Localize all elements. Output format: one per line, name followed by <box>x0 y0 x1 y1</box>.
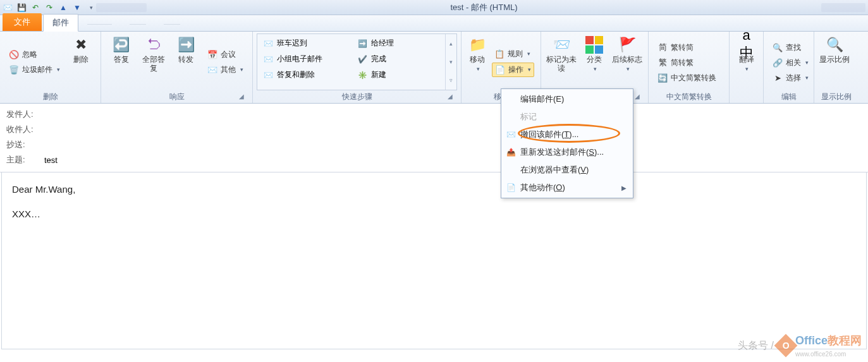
rules-icon: 📋 <box>494 49 504 59</box>
undo-icon[interactable]: ↶ <box>30 3 40 13</box>
actions-dropdown: 编辑邮件(E) 标记 ✉️ 撤回该邮件(T)... 📤 重新发送这封邮件(S).… <box>501 88 633 198</box>
menu-resend-message[interactable]: 📤 重新发送这封邮件(S)... <box>503 143 632 161</box>
blurred-text <box>96 3 147 12</box>
redo-icon[interactable]: ↷ <box>44 3 54 13</box>
related-button[interactable]: 🔗相关▾ <box>770 56 811 69</box>
message-header: 发件人: 收件人: 抄送: 主题:test <box>0 104 868 172</box>
cc-label: 抄送: <box>6 139 44 150</box>
prev-icon[interactable]: ▲ <box>58 3 68 13</box>
menu-edit-message[interactable]: 编辑邮件(E) <box>503 90 632 108</box>
menu-view-browser[interactable]: 在浏览器中查看(V) <box>503 161 632 179</box>
group-delete-label: 删除 <box>4 90 97 103</box>
forward-label: 转发 <box>178 55 193 64</box>
s2t-icon: 繁 <box>657 57 668 68</box>
group-quicksteps-label: 快速步骤◢ <box>257 90 457 103</box>
tab-hidden-1: ——— <box>78 16 121 31</box>
title-bar: ✉️ 💾 ↶ ↷ ▲ ▼ ▾ test - 邮件 (HTML) <box>0 0 868 15</box>
rules-button[interactable]: 📋规则▾ <box>492 47 534 61</box>
meeting-button[interactable]: 📅会议 <box>205 48 246 61</box>
qs-item-new[interactable]: ✳️新建 <box>357 68 441 81</box>
group-chinese-label: 中文简繁转换 <box>652 90 725 103</box>
message-body: Dear Mr.Wang, XXX… <box>1 172 867 349</box>
tab-file[interactable]: 文件 <box>3 13 42 31</box>
forward-button[interactable]: ➡️转发 <box>170 33 202 90</box>
brand-sub: www.office26.com <box>795 351 846 358</box>
qs-item-replydel[interactable]: ✉️答复和删除 <box>262 68 346 81</box>
menu-other-actions[interactable]: 📄 其他动作(O) ▶ <box>503 179 632 196</box>
menu-recall-message[interactable]: ✉️ 撤回该邮件(T)... <box>503 126 632 143</box>
t2s-icon: 简 <box>657 42 668 52</box>
new-icon: ✳️ <box>358 71 367 80</box>
reply-all-button[interactable]: ⮌全部答复 <box>137 33 169 90</box>
chevron-down-icon: ▾ <box>627 66 630 72</box>
trad-to-simp-button[interactable]: 简繁转简 <box>655 41 719 54</box>
unread-button[interactable]: 📨标记为未读 <box>545 33 578 90</box>
chevron-down-icon: ▾ <box>527 51 530 57</box>
subject-value: test <box>44 155 862 165</box>
actions-label: 操作 <box>508 64 523 75</box>
scroll-down-icon[interactable]: ▾ <box>446 52 456 71</box>
flag-icon: 🚩 <box>618 36 636 54</box>
tab-message[interactable]: 邮件 <box>43 14 78 32</box>
followup-button[interactable]: 🚩后续标志▾ <box>611 33 644 90</box>
submenu-arrow-icon: ▶ <box>621 184 627 191</box>
junk-button[interactable]: 🗑️垃圾邮件▾ <box>6 63 63 76</box>
find-button[interactable]: 🔍查找 <box>770 41 811 54</box>
group-edit: 🔍查找 🔗相关▾ ➤选择▾ 编辑 <box>764 32 814 103</box>
chevron-down-icon: ▾ <box>477 66 480 72</box>
body-line-1: Dear Mr.Wang, <box>12 184 856 195</box>
body-line-2: XXX… <box>12 208 856 219</box>
t2s-label: 繁转简 <box>671 42 694 53</box>
qat-customize-icon[interactable]: ▾ <box>86 3 96 13</box>
from-label: 发件人: <box>6 109 44 120</box>
dialog-launcher-icon[interactable]: ◢ <box>446 93 455 102</box>
junk-icon: 🗑️ <box>9 64 19 75</box>
find-label: 查找 <box>786 42 801 53</box>
select-button[interactable]: ➤选择▾ <box>770 71 811 85</box>
other-icon: ✉️ <box>207 64 217 75</box>
translate-button[interactable]: a中翻译▾ <box>733 33 759 90</box>
mail-icon: ✉️ <box>264 55 273 64</box>
select-label: 选择 <box>786 73 801 83</box>
actions-button[interactable]: 📄操作▾ <box>492 63 534 77</box>
dialog-launcher-icon[interactable]: ◢ <box>633 93 642 102</box>
categorize-button[interactable]: 分类▾ <box>578 33 611 90</box>
translate-icon: a中 <box>738 36 755 54</box>
group-zoom-label: 显示比例 <box>818 90 855 103</box>
ignore-button[interactable]: 🚫忽略 <box>6 48 63 61</box>
ribbon: 🚫忽略 🗑️垃圾邮件▾ ✖ 删除 删除 ↩️答复 ⮌全部答复 ➡️转发 📅会议 … <box>0 32 868 104</box>
zoom-button[interactable]: 🔍显示比例 <box>818 33 851 90</box>
mail-icon[interactable]: ✉️ <box>3 3 13 13</box>
watermark: 头条号 / O Office教程网www.office26.com <box>738 333 862 358</box>
qs-item-team[interactable]: ✉️小组电子邮件 <box>262 52 346 66</box>
qs-item-late[interactable]: ✉️班车迟到 <box>262 37 346 50</box>
dialog-launcher-icon[interactable]: ◢ <box>237 93 246 102</box>
actions-icon: 📄 <box>495 64 505 75</box>
chevron-down-icon: ▾ <box>240 66 243 73</box>
chevron-down-icon: ▾ <box>594 66 597 72</box>
simp-to-trad-button[interactable]: 繁简转繁 <box>655 56 719 69</box>
quicksteps-gallery[interactable]: ✉️班车迟到 ✉️小组电子邮件 ✉️答复和删除 ➡️给经理 ✔️完成 ✳️新建 … <box>257 33 457 90</box>
convert-icon: 🔄 <box>657 73 668 83</box>
conv-label: 中文简繁转换 <box>671 73 716 83</box>
scroll-up-icon[interactable]: ▴ <box>446 34 456 52</box>
reply-button[interactable]: ↩️答复 <box>105 33 137 90</box>
delete-button[interactable]: ✖ 删除 <box>65 33 97 90</box>
save-icon[interactable]: 💾 <box>16 3 27 13</box>
qs-item-mgr[interactable]: ➡️给经理 <box>357 37 441 50</box>
forward-icon: ➡️ <box>358 39 367 48</box>
expand-gallery-icon[interactable]: ▿ <box>446 71 456 90</box>
zoom-icon: 🔍 <box>826 36 843 54</box>
ignore-icon: 🚫 <box>9 49 19 59</box>
next-icon[interactable]: ▼ <box>72 3 82 13</box>
qs-item-done[interactable]: ✔️完成 <box>357 52 441 66</box>
other-button[interactable]: ✉️其他▾ <box>205 63 246 76</box>
unread-icon: 📨 <box>553 36 570 54</box>
watermark-logo: O Office教程网www.office26.com <box>778 333 862 358</box>
chinese-convert-button[interactable]: 🔄中文简繁转换 <box>655 71 719 85</box>
group-delete: 🚫忽略 🗑️垃圾邮件▾ ✖ 删除 删除 <box>0 32 101 103</box>
move-button[interactable]: 📁移动▾ <box>465 33 489 90</box>
quick-access-toolbar: ✉️ 💾 ↶ ↷ ▲ ▼ ▾ <box>3 3 96 13</box>
group-quicksteps: ✉️班车迟到 ✉️小组电子邮件 ✉️答复和删除 ➡️给经理 ✔️完成 ✳️新建 … <box>253 32 462 103</box>
find-icon: 🔍 <box>773 42 783 52</box>
